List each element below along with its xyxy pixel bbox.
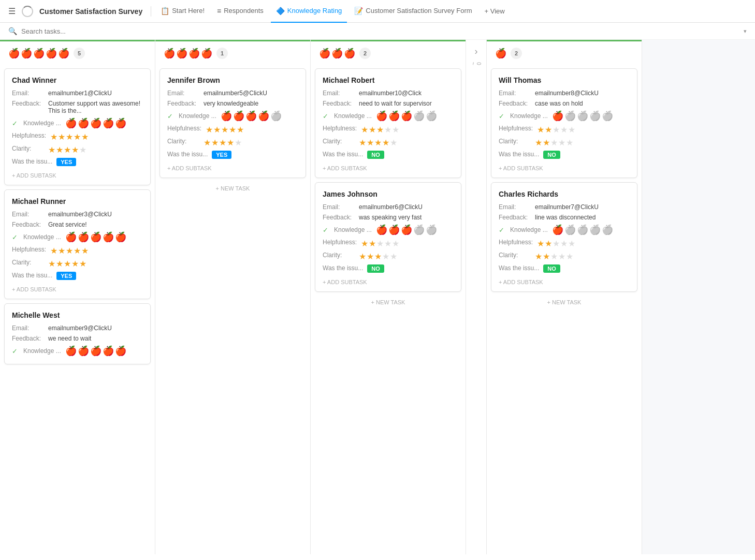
survey-form-icon: 📝 [354,7,363,15]
card-clarity-row: Clarity: ★★★★★ [323,138,454,148]
respondents-icon: ≡ [217,7,221,15]
resolved-badge: YES [56,158,76,166]
card-email-row: Email: emailnumber9@ClickU [12,325,143,332]
search-dropdown-icon[interactable]: ▾ [744,28,747,35]
new-task-btn[interactable]: + NEW TASK [159,182,306,195]
resolved-badge: YES [212,151,231,159]
knowledge-label: Knowledge ... [334,226,372,233]
col-header-1: 🍎 🍎 🍎 🍎 🍎 5 [0,40,155,64]
card-clarity-row: Clarity: ★★★★★ [167,138,298,148]
helpfulness-label: Helpfulness: [499,239,533,246]
new-task-btn[interactable]: + NEW TASK [315,296,461,308]
card-clarity-row: Clarity: ★★★★★ [499,138,630,148]
card-resolved-row: Was the issu... NO [323,151,454,159]
tab-add-view[interactable]: + View [480,7,510,15]
card-feedback-row: Feedback: case was on hold [499,100,630,107]
card-charles-richards: Charles Richards Email: emailnumber7@Cli… [491,182,637,292]
col-count-5: 2 [511,48,522,59]
card-name: Will Thomas [499,76,630,84]
card-michael-runner: Michael Runner Email: emailnumber3@Click… [4,189,151,299]
check-icon: ✓ [499,112,506,120]
email-label: Email: [499,90,531,97]
clarity-stars: ★★★★★ [359,252,397,261]
card-resolved-row: Was the issu... YES [12,158,143,166]
kanban-board: 🍎 🍎 🍎 🍎 🍎 5 Chad Winner Email: emailnumb… [0,40,755,554]
helpfulness-label: Helpfulness: [323,125,357,132]
card-clarity-row: Clarity: ★★★★★ [12,145,143,155]
card-feedback-row: Feedback: Great service! [12,221,143,228]
tab-survey-form[interactable]: 📝 Customer Satisfaction Survey Form [349,0,477,23]
clarity-label: Clarity: [323,252,355,259]
add-subtask-btn[interactable]: + ADD SUBTASK [12,169,143,181]
check-icon: ✓ [167,112,175,120]
card-knowledge-row: ✓ Knowledge ... 🍎🍎🍎🍎🍎 [12,231,143,243]
check-icon: ✓ [499,226,506,234]
resolved-label: Was the issu... [12,272,52,279]
add-subtask-btn[interactable]: + ADD SUBTASK [323,162,454,173]
add-subtask-btn[interactable]: + ADD SUBTASK [499,162,630,173]
feedback-value: need to wait for supervisor [359,100,454,107]
feedback-label: Feedback: [12,221,44,228]
tab-respondents[interactable]: ≡ Respondents [212,0,269,23]
card-resolved-row: Was the issu... NO [323,264,454,273]
card-michael-robert: Michael Robert Email: emailnumber10@Clic… [315,68,461,178]
email-value: emailnumber3@ClickU [48,211,143,218]
feedback-label: Feedback: [323,214,355,221]
card-resolved-row: Was the issu... YES [12,272,143,280]
knowledge-apples: 🍎🍎🍎🍎🍎 [376,110,437,122]
clarity-label: Clarity: [12,259,44,266]
tab-knowledge-rating[interactable]: 🔷 Knowledge Rating [271,0,347,23]
card-resolved-row: Was the issu... NO [499,264,630,273]
card-feedback-row: Feedback: need to wait for supervisor [323,100,454,107]
resolved-badge: NO [543,151,560,159]
add-subtask-btn[interactable]: + ADD SUBTASK [12,283,143,294]
feedback-value: case was on hold [535,100,630,107]
kanban-col-collapsed[interactable]: › ~0 [466,40,487,554]
card-knowledge-row: ✓ Knowledge ... 🍎🍎🍎🍎🍎 [499,110,630,122]
search-input[interactable] [21,27,739,35]
clarity-stars: ★★★★★ [535,252,573,261]
add-subtask-btn[interactable]: + ADD SUBTASK [499,276,630,287]
hamburger-menu[interactable]: ☰ [4,4,20,18]
resolved-badge: NO [367,151,384,159]
tab-start-here[interactable]: 📋 Start Here! [155,0,210,23]
feedback-label: Feedback: [499,100,531,107]
feedback-value: Customer support was awesome! This is th… [48,100,143,114]
card-feedback-row: Feedback: Customer support was awesome! … [12,100,143,114]
feedback-label: Feedback: [12,335,44,342]
card-knowledge-row: ✓ Knowledge ... 🍎🍎🍎🍎🍎 [12,117,143,129]
email-value: emailnumber5@ClickU [204,90,298,97]
knowledge-label: Knowledge ... [23,347,61,355]
clarity-stars: ★★★★★ [48,259,86,269]
resolved-label: Was the issu... [12,158,52,165]
clarity-stars: ★★★★★ [204,138,242,148]
card-name: Chad Winner [12,76,143,84]
app-title: Customer Satisfaction Survey [39,7,142,16]
col-apples-2: 🍎🍎🍎🍎 [164,48,212,59]
col-body-5: Will Thomas Email: emailnumber8@ClickU F… [487,64,642,554]
add-subtask-btn[interactable]: + ADD SUBTASK [167,162,298,173]
card-helpfulness-row: Helpfulness: ★★★★★ [499,125,630,135]
card-knowledge-row: ✓ Knowledge ... 🍎🍎🍎🍎🍎 [12,345,143,357]
email-value: emailnumber9@ClickU [48,325,143,332]
helpfulness-label: Helpfulness: [12,132,46,139]
card-knowledge-row: ✓ Knowledge ... 🍎🍎🍎🍎🍎 [323,224,454,235]
helpfulness-label: Helpfulness: [167,125,201,132]
card-knowledge-row: ✓ Knowledge ... 🍎🍎🍎🍎🍎 [323,110,454,122]
feedback-value: Great service! [48,221,143,228]
new-task-btn[interactable]: + NEW TASK [491,296,637,308]
card-email-row: Email: emailnumber5@ClickU [167,90,298,97]
expand-icon: › [475,46,478,57]
card-resolved-row: Was the issu... NO [499,151,630,159]
col-apples-5: 🍎 [495,48,506,59]
apple-1: 🍎 [8,48,20,59]
check-icon: ✓ [323,226,330,234]
card-jennifer-brown: Jennifer Brown Email: emailnumber5@Click… [159,68,306,178]
clarity-label: Clarity: [323,138,355,145]
clarity-label: Clarity: [499,138,531,145]
check-icon: ✓ [323,112,330,120]
check-icon: ✓ [12,233,19,241]
add-subtask-btn[interactable]: + ADD SUBTASK [323,276,454,287]
helpfulness-stars: ★★★★★ [537,125,575,135]
resolved-badge: YES [56,272,76,280]
